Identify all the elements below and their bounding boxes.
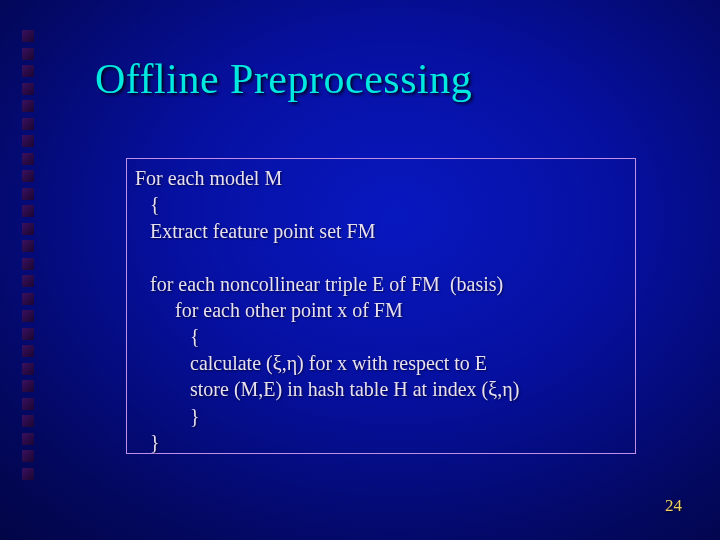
code-line: For each model M [135, 165, 627, 191]
bullet-square [22, 153, 34, 165]
bullet-square [22, 258, 34, 270]
page-number: 24 [665, 496, 682, 516]
bullet-square [22, 48, 34, 60]
code-line: store (M,E) in hash table H at index (ξ,… [135, 376, 627, 402]
code-line: for each noncollinear triple E of FM (ba… [135, 271, 627, 297]
bullet-square [22, 30, 34, 42]
code-line: { [135, 323, 627, 349]
bullet-square [22, 223, 34, 235]
bullet-square [22, 433, 34, 445]
bullet-square [22, 135, 34, 147]
bullet-square [22, 415, 34, 427]
bullet-square [22, 205, 34, 217]
bullet-square [22, 293, 34, 305]
decorative-bullet-strip [22, 30, 36, 480]
code-line: } [135, 403, 627, 429]
bullet-square [22, 468, 34, 480]
code-line: Extract feature point set FM [135, 218, 627, 244]
bullet-square [22, 188, 34, 200]
bullet-square [22, 328, 34, 340]
bullet-square [22, 363, 34, 375]
code-line: { [135, 191, 627, 217]
code-line: } [135, 429, 627, 455]
bullet-square [22, 83, 34, 95]
bullet-square [22, 240, 34, 252]
slide-title: Offline Preprocessing [95, 55, 472, 103]
bullet-square [22, 310, 34, 322]
bullet-square [22, 450, 34, 462]
code-line: for each other point x of FM [135, 297, 627, 323]
bullet-square [22, 65, 34, 77]
code-line: calculate (ξ,η) for x with respect to E [135, 350, 627, 376]
bullet-square [22, 118, 34, 130]
bullet-square [22, 100, 34, 112]
algorithm-box: For each model M { Extract feature point… [126, 158, 636, 454]
bullet-square [22, 380, 34, 392]
bullet-square [22, 170, 34, 182]
code-line [135, 244, 627, 270]
bullet-square [22, 345, 34, 357]
bullet-square [22, 398, 34, 410]
bullet-square [22, 275, 34, 287]
